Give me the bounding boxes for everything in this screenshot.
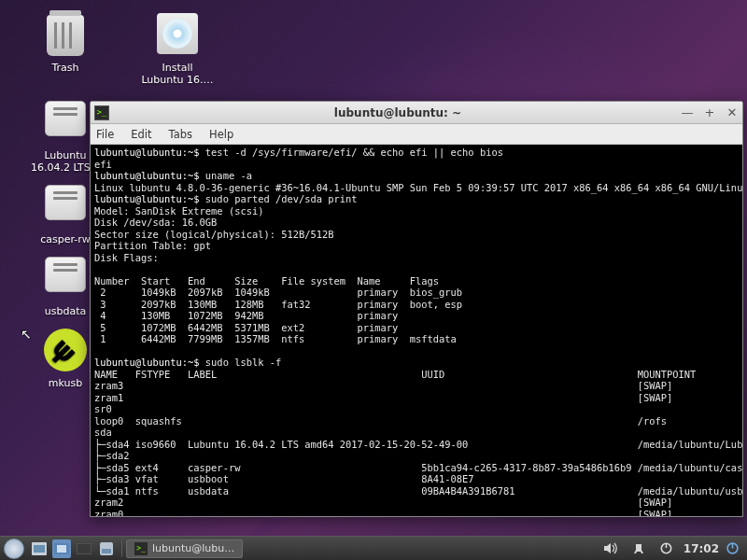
taskbar: >_ lubuntu@lubu… 17:02 <box>0 536 747 560</box>
menu-help[interactable]: Help <box>209 128 233 141</box>
trash-icon <box>47 15 84 56</box>
mkusb-icon <box>44 329 87 371</box>
window-maximize-button[interactable]: + <box>703 105 716 119</box>
window-menubar: File Edit Tabs Help <box>91 124 742 145</box>
terminal-app-icon: >_ <box>94 105 109 120</box>
svg-rect-6 <box>102 549 111 553</box>
desktop-icon-label: Trash <box>28 62 103 74</box>
menu-file[interactable]: File <box>96 128 114 141</box>
terminal-window: >_ lubuntu@lubuntu: ~ — + ✕ File Edit Ta… <box>90 101 743 517</box>
svg-rect-4 <box>77 543 92 554</box>
network-icon[interactable] <box>629 539 648 558</box>
taskbar-task-label: lubuntu@lubu… <box>152 542 234 554</box>
installer-icon <box>157 13 198 54</box>
menu-edit[interactable]: Edit <box>131 128 151 141</box>
window-title: lubuntu@lubuntu: ~ <box>115 106 681 119</box>
start-menu-button[interactable] <box>4 539 24 559</box>
taskbar-task-terminal[interactable]: >_ lubuntu@lubu… <box>126 539 243 558</box>
pager-workspace-2[interactable] <box>75 539 93 558</box>
show-desktop-button[interactable] <box>97 539 116 558</box>
taskbar-clock[interactable]: 17:02 <box>684 542 719 555</box>
terminal-body[interactable]: lubuntu@lubuntu:~$ test -d /sys/firmware… <box>91 145 742 516</box>
drive-icon <box>45 185 86 220</box>
taskbar-separator <box>121 540 122 557</box>
drive-icon <box>45 257 86 292</box>
power-icon[interactable] <box>657 539 676 558</box>
desktop-icon-trash[interactable]: Trash <box>28 13 103 86</box>
system-tray <box>599 539 678 558</box>
desktop-icon-install[interactable]: Install Lubuntu 16.… <box>140 13 215 86</box>
svg-rect-1 <box>34 545 45 553</box>
pager-workspace-1[interactable] <box>52 539 71 558</box>
drive-icon <box>45 101 86 136</box>
menu-tabs[interactable]: Tabs <box>169 128 192 141</box>
volume-icon[interactable] <box>601 539 620 558</box>
window-titlebar[interactable]: >_ lubuntu@lubuntu: ~ — + ✕ <box>91 102 742 124</box>
svg-rect-3 <box>57 545 66 553</box>
terminal-app-icon: >_ <box>134 542 148 555</box>
desktop-icon-label: Install Lubuntu 16.… <box>140 62 215 86</box>
window-minimize-button[interactable]: — <box>681 105 694 119</box>
file-manager-launcher[interactable] <box>30 539 49 558</box>
logout-icon[interactable] <box>723 539 741 558</box>
window-close-button[interactable]: ✕ <box>726 105 739 119</box>
mouse-cursor-icon: ↖ <box>21 327 32 342</box>
